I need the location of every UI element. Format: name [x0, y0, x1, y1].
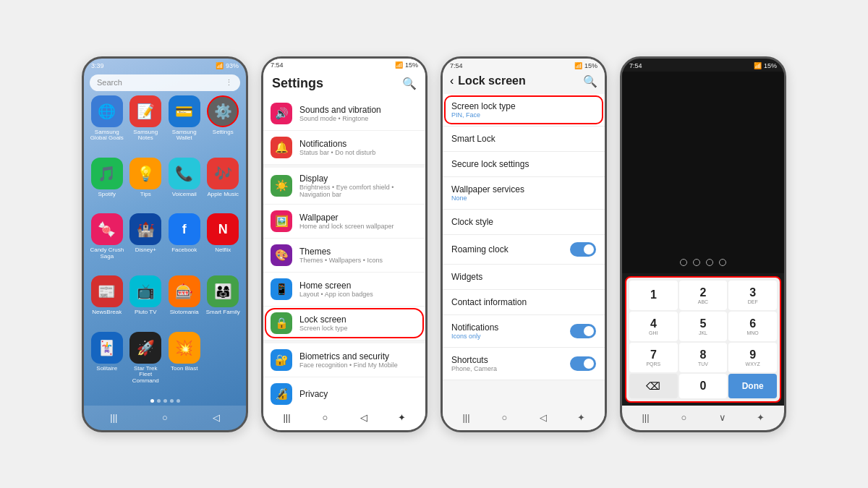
- notif-text: Notifications Status bar • Do not distur…: [299, 139, 418, 156]
- lock-row-securelock[interactable]: Secure lock settings: [443, 152, 605, 177]
- app-toon-blast[interactable]: 💥 Toon Blast: [167, 332, 202, 396]
- key-4[interactable]: 4GHI: [629, 312, 678, 341]
- app-voicemail[interactable]: 📞 Voicemail: [167, 158, 202, 209]
- search-icon-settings[interactable]: 🔍: [402, 77, 417, 90]
- app-star-trek[interactable]: 🚀 Star Trek Fleet Command: [129, 332, 163, 396]
- app-label-spotify: Spotify: [98, 192, 116, 198]
- nav-back-4[interactable]: |||: [638, 410, 654, 426]
- roaming-clock-toggle[interactable]: [570, 242, 596, 257]
- key-6[interactable]: 6MNO: [728, 312, 777, 341]
- nav-back-1[interactable]: |||: [106, 410, 122, 426]
- key-backspace[interactable]: ⌫: [629, 374, 678, 398]
- nav-recent-2[interactable]: ◁: [356, 410, 372, 426]
- notifications-lock-sub: Icons only: [451, 333, 498, 340]
- app-icon-facebook: f: [169, 213, 200, 245]
- back-arrow-icon[interactable]: ‹: [450, 74, 454, 87]
- securelock-text: Secure lock settings: [451, 159, 529, 169]
- key-9[interactable]: 9WXYZ: [728, 343, 777, 372]
- settings-row-notifications[interactable]: 🔔 Notifications Status bar • Do not dist…: [263, 131, 425, 165]
- settings-row-home[interactable]: 📱 Home screen Layout • App icon badges: [263, 273, 425, 307]
- lock-row-screenlock[interactable]: Screen lock type PIN, Face: [443, 94, 605, 127]
- notifications-lock-toggle[interactable]: [570, 324, 596, 338]
- lock-row-contact-info[interactable]: Contact information: [443, 290, 605, 315]
- app-samsung-goals[interactable]: 🌐 Samsung Global Goals: [90, 95, 124, 153]
- settings-row-privacy[interactable]: 🔏 Privacy: [263, 377, 425, 406]
- key-3[interactable]: 3DEF: [728, 281, 777, 310]
- app-candy-crush[interactable]: 🍬 Candy Crush Saga: [90, 213, 124, 271]
- settings-row-sounds[interactable]: 🔊 Sounds and vibration Sound mode • Ring…: [263, 97, 425, 131]
- app-icon-smart-family: 👨‍👩‍👧: [207, 275, 239, 307]
- app-label-netflix: Netflix: [215, 247, 231, 254]
- nav-home-1[interactable]: ○: [157, 410, 173, 426]
- app-slotomania[interactable]: 🎰 Slotomania: [167, 275, 202, 327]
- key-0[interactable]: 0: [679, 374, 728, 398]
- nav-bixby-2[interactable]: ✦: [394, 410, 410, 426]
- keypad-grid: 1 2ABC 3DEF 4GHI 5JKL 6MNO 7PQRS 8TUV 9W…: [629, 281, 777, 398]
- lock-settings-list: Screen lock type PIN, Face Smart Lock Se…: [443, 94, 605, 406]
- nav-recent-1[interactable]: ◁: [208, 410, 224, 426]
- key-1[interactable]: 1: [629, 281, 678, 310]
- time-4: 7:54: [629, 62, 642, 69]
- app-label-settings: Settings: [213, 129, 234, 136]
- key-done[interactable]: Done: [728, 374, 777, 398]
- dot-2: [157, 399, 161, 403]
- key-7[interactable]: 7PQRS: [629, 343, 678, 372]
- nav-bixby-4[interactable]: ✦: [753, 410, 769, 426]
- app-tips[interactable]: 💡 Tips: [129, 158, 163, 209]
- themes-text: Themes Themes • Wallpapers • Icons: [299, 247, 418, 264]
- lock-row-shortcuts[interactable]: Shortcuts Phone, Camera: [443, 348, 605, 380]
- themes-title: Themes: [299, 247, 418, 257]
- settings-row-biometrics[interactable]: 🔐 Biometrics and security Face recogniti…: [263, 343, 425, 377]
- nav-bixby-3[interactable]: ✦: [574, 410, 590, 426]
- home-icon: 📱: [271, 278, 292, 300]
- keypad-area: 1 2ABC 3DEF 4GHI 5JKL 6MNO 7PQRS 8TUV 9W…: [625, 276, 781, 403]
- app-icon-star-trek: 🚀: [129, 332, 161, 364]
- nav-recent-4[interactable]: ∨: [715, 410, 731, 426]
- key-8[interactable]: 8TUV: [679, 343, 728, 372]
- lock-row-wallpaper-services[interactable]: Wallpaper services None: [443, 177, 605, 210]
- nav-home-3[interactable]: ○: [497, 410, 513, 426]
- nav-recent-3[interactable]: ◁: [535, 410, 551, 426]
- search-bar[interactable]: Search ⋮: [90, 74, 240, 91]
- app-facebook[interactable]: f Facebook: [167, 213, 202, 271]
- lock-row-notifications-lock[interactable]: Notifications Icons only: [443, 315, 605, 348]
- phone-settings: 7:54 📶 15% Settings 🔍 🔊 Sounds and vibra…: [261, 56, 427, 432]
- lock-row-smartlock[interactable]: Smart Lock: [443, 127, 605, 152]
- app-pluto-tv[interactable]: 📺 Pluto TV: [129, 275, 163, 327]
- app-settings[interactable]: ⚙️ Settings: [206, 95, 241, 153]
- nav-back-2[interactable]: |||: [279, 410, 295, 426]
- key-2[interactable]: 2ABC: [679, 281, 728, 310]
- page-title-3: Lock screen: [458, 74, 525, 87]
- settings-row-themes[interactable]: 🎨 Themes Themes • Wallpapers • Icons: [263, 239, 425, 273]
- app-label-smart-family: Smart Family: [206, 309, 240, 316]
- nav-home-2[interactable]: ○: [318, 410, 333, 426]
- contact-info-text: Contact information: [451, 297, 527, 307]
- lock-row-clock-style[interactable]: Clock style: [443, 210, 605, 235]
- lock-row-roaming-clock[interactable]: Roaming clock: [443, 235, 605, 265]
- settings-row-wallpaper[interactable]: 🖼️ Wallpaper Home and lock screen wallpa…: [263, 205, 425, 239]
- settings-title: Settings: [272, 76, 323, 91]
- key-5[interactable]: 5JKL: [679, 312, 728, 341]
- shortcuts-toggle[interactable]: [570, 356, 596, 371]
- app-netflix[interactable]: N Netflix: [206, 213, 241, 271]
- app-smart-family[interactable]: 👨‍👩‍👧 Smart Family: [206, 275, 241, 327]
- app-spotify[interactable]: 🎵 Spotify: [90, 158, 124, 209]
- nav-back-3[interactable]: |||: [459, 410, 475, 426]
- app-icon-samsung-notes: 📝: [129, 95, 161, 127]
- app-disney[interactable]: 🏰 Disney+: [129, 213, 163, 271]
- time-2: 7:54: [271, 61, 284, 69]
- app-newsbreak[interactable]: 📰 NewsBreak: [90, 275, 124, 327]
- app-icon-tips: 💡: [129, 158, 161, 189]
- search-icon-3[interactable]: 🔍: [583, 74, 597, 88]
- settings-row-lockscreen[interactable]: 🔒 Lock screen Screen lock type: [263, 307, 425, 341]
- biometrics-icon: 🔐: [271, 349, 292, 371]
- app-samsung-wallet[interactable]: 💳 Samsung Wallet: [167, 95, 202, 153]
- app-apple-music[interactable]: 🎶 Apple Music: [206, 158, 241, 209]
- settings-row-display[interactable]: ☀️ Display Brightness • Eye comfort shie…: [263, 168, 425, 205]
- app-samsung-notes[interactable]: 📝 Samsung Notes: [129, 95, 163, 153]
- app-solitaire[interactable]: 🃏 Solitaire: [90, 332, 124, 396]
- display-title: Display: [299, 174, 418, 184]
- nav-bar-3: ||| ○ ◁ ✦: [443, 406, 605, 430]
- nav-home-4[interactable]: ○: [676, 410, 692, 426]
- lock-row-widgets[interactable]: Widgets: [443, 265, 605, 290]
